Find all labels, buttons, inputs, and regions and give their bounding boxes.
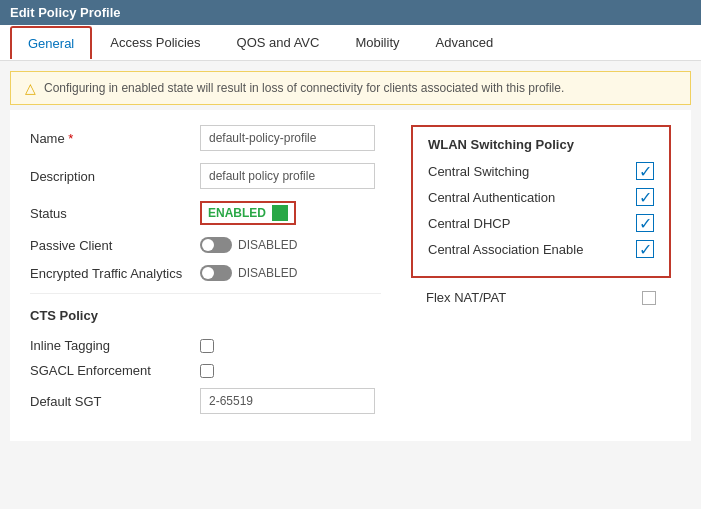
central-authentication-row: Central Authentication ✓ [428,188,654,206]
tab-mobility[interactable]: Mobility [337,25,417,60]
left-section: Name Description Status ENABLED Passive … [30,125,381,426]
warning-icon: △ [25,80,36,96]
central-association-enable-row: Central Association Enable ✓ [428,240,654,258]
passive-client-row: Passive Client DISABLED [30,237,381,253]
wlan-switching-policy-box: WLAN Switching Policy Central Switching … [411,125,671,278]
inline-tagging-row: Inline Tagging [30,338,381,353]
name-row: Name [30,125,381,151]
central-association-enable-label: Central Association Enable [428,242,583,257]
status-container[interactable]: ENABLED [200,201,296,225]
flex-nat-pat-checkbox[interactable] [642,291,656,305]
central-association-enable-checkbox[interactable]: ✓ [636,240,654,258]
sgacl-enforcement-row: SGACL Enforcement [30,363,381,378]
main-content: Name Description Status ENABLED Passive … [10,110,691,441]
inline-tagging-checkbox[interactable] [200,339,214,353]
description-row: Description [30,163,381,189]
central-dhcp-checkbox[interactable]: ✓ [636,214,654,232]
passive-client-value: DISABLED [238,238,297,252]
status-value: ENABLED [208,206,266,220]
description-input[interactable] [200,163,375,189]
warning-banner: △ Configuring in enabled state will resu… [10,71,691,105]
divider-1 [30,293,381,294]
passive-client-label: Passive Client [30,238,200,253]
cts-policy-header: CTS Policy [30,308,381,328]
title-bar: Edit Policy Profile [0,0,701,25]
encrypted-traffic-row: Encrypted Traffic Analytics DISABLED [30,265,381,281]
flex-nat-pat-row: Flex NAT/PAT [411,290,671,305]
default-sgt-row: Default SGT [30,388,381,414]
tab-qos-avc[interactable]: QOS and AVC [219,25,338,60]
wlan-switching-policy-title: WLAN Switching Policy [428,137,654,152]
default-sgt-label: Default SGT [30,394,200,409]
default-sgt-input[interactable] [200,388,375,414]
sgacl-enforcement-checkbox[interactable] [200,364,214,378]
name-input[interactable] [200,125,375,151]
right-section: WLAN Switching Policy Central Switching … [411,125,671,426]
tab-advanced[interactable]: Advanced [418,25,512,60]
flex-nat-pat-label: Flex NAT/PAT [426,290,506,305]
passive-client-toggle[interactable]: DISABLED [200,237,297,253]
tab-general[interactable]: General [10,26,92,59]
encrypted-traffic-label: Encrypted Traffic Analytics [30,266,200,281]
status-green-indicator [272,205,288,221]
central-authentication-checkbox[interactable]: ✓ [636,188,654,206]
central-dhcp-row: Central DHCP ✓ [428,214,654,232]
status-row: Status ENABLED [30,201,381,225]
central-switching-row: Central Switching ✓ [428,162,654,180]
tab-bar: General Access Policies QOS and AVC Mobi… [0,25,701,61]
status-label: Status [30,206,200,221]
warning-text: Configuring in enabled state will result… [44,81,564,95]
encrypted-traffic-toggle[interactable]: DISABLED [200,265,297,281]
central-dhcp-label: Central DHCP [428,216,510,231]
sgacl-enforcement-label: SGACL Enforcement [30,363,200,378]
central-switching-label: Central Switching [428,164,529,179]
central-authentication-label: Central Authentication [428,190,555,205]
encrypted-traffic-value: DISABLED [238,266,297,280]
description-label: Description [30,169,200,184]
passive-client-switch[interactable] [200,237,232,253]
tab-access-policies[interactable]: Access Policies [92,25,218,60]
page-title: Edit Policy Profile [10,5,121,20]
name-label: Name [30,131,200,146]
inline-tagging-label: Inline Tagging [30,338,200,353]
central-switching-checkbox[interactable]: ✓ [636,162,654,180]
encrypted-traffic-switch[interactable] [200,265,232,281]
